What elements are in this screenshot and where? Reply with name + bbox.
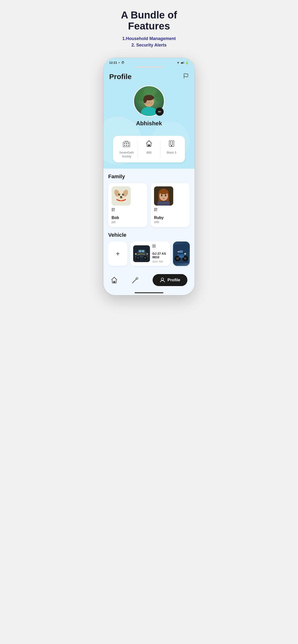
nav-tools-button[interactable] — [132, 276, 139, 284]
white-section: Family — [103, 169, 195, 271]
bob-name: Bob — [112, 216, 119, 220]
svg-rect-79 — [157, 210, 157, 210]
svg-point-111 — [177, 258, 178, 259]
svg-rect-80 — [156, 211, 157, 211]
svg-rect-107 — [178, 251, 180, 252]
bob-role: pet — [112, 220, 119, 224]
tools-icon — [132, 276, 139, 284]
svg-rect-41 — [114, 209, 114, 209]
svg-rect-101 — [155, 246, 156, 247]
svg-rect-83 — [139, 250, 141, 252]
svg-point-32 — [119, 194, 120, 194]
car-photo — [133, 245, 150, 262]
svg-rect-96 — [155, 245, 155, 245]
avatar-section: ✏ Abhishek — [103, 83, 195, 136]
scooter-image — [173, 242, 190, 266]
svg-rect-103 — [155, 247, 156, 248]
notch — [135, 66, 163, 68]
svg-point-4 — [154, 92, 164, 102]
dog-image — [112, 186, 131, 206]
app-content: Profile — [103, 69, 195, 295]
svg-rect-108 — [180, 250, 183, 253]
ruby-name: Ruby — [154, 216, 164, 220]
svg-rect-73 — [155, 210, 155, 210]
family-title: Family — [108, 174, 190, 180]
status-time: 12:21 ▪ ⏱ — [109, 61, 124, 64]
phone-shell: 12:21 ▪ ⏱ ▼ ◀4 🔋 Profile — [103, 58, 195, 295]
nav-profile-button[interactable]: Profile — [153, 274, 187, 286]
svg-rect-48 — [113, 210, 114, 210]
svg-point-59 — [161, 194, 163, 196]
car-plate: GJ 27 AS9910 — [152, 252, 166, 259]
add-vehicle-button[interactable]: + — [108, 242, 127, 266]
svg-rect-93 — [153, 245, 153, 245]
svg-point-60 — [165, 194, 166, 196]
svg-line-119 — [132, 282, 134, 283]
svg-rect-67 — [155, 209, 155, 209]
app-header: Profile — [103, 69, 195, 83]
svg-rect-50 — [114, 210, 115, 210]
header-section: A Bundle of Features 1.Household Managem… — [99, 10, 199, 48]
svg-point-33 — [123, 194, 124, 194]
svg-rect-38 — [112, 209, 112, 209]
vehicle-card-car[interactable]: GJ 27 AS9910 XUV 700 — [130, 242, 170, 266]
wave-deco2 — [152, 122, 190, 160]
svg-rect-102 — [154, 247, 155, 248]
subtitle-line2: 2. Security Alerts — [131, 43, 167, 48]
avatar-wrapper: ✏ — [133, 86, 165, 117]
family-card-bob[interactable]: Bob pet — [108, 183, 147, 227]
svg-point-118 — [136, 278, 138, 279]
ruby-role: wife — [154, 220, 164, 224]
bob-photo — [112, 186, 131, 206]
ruby-photo — [154, 186, 173, 206]
edit-icon: ✏ — [158, 110, 161, 114]
svg-rect-51 — [113, 211, 115, 211]
svg-point-86 — [137, 257, 139, 259]
svg-point-34 — [120, 196, 122, 198]
svg-point-35 — [120, 200, 122, 202]
svg-rect-99 — [153, 247, 153, 247]
plus-icon: + — [116, 250, 120, 258]
car-model: XUV 700 — [152, 260, 166, 263]
svg-rect-63 — [158, 202, 170, 203]
svg-rect-100 — [154, 246, 155, 247]
svg-point-8 — [143, 97, 147, 103]
page-wrapper: A Bundle of Features 1.Household Managem… — [99, 10, 199, 295]
nav-home-button[interactable] — [111, 276, 118, 284]
ruby-qr-icon — [154, 208, 164, 215]
notch-area — [103, 66, 195, 69]
family-card-ruby[interactable]: Ruby wife — [151, 183, 190, 227]
status-icons: ▼ ◀4 🔋 — [177, 61, 189, 64]
svg-rect-89 — [135, 254, 136, 254]
subtitle-line1: 1.Household Management — [122, 36, 176, 41]
app-title: Profile — [109, 72, 131, 81]
profile-nav-icon — [160, 278, 165, 283]
svg-rect-78 — [157, 210, 157, 210]
svg-point-115 — [184, 253, 186, 254]
svg-rect-49 — [114, 210, 114, 210]
nav-bar — [135, 292, 163, 293]
nav-indicator — [103, 291, 195, 295]
svg-point-114 — [185, 258, 186, 259]
svg-rect-19 — [148, 144, 150, 146]
vehicle-card-scooter[interactable] — [173, 242, 190, 266]
svg-point-58 — [159, 189, 169, 194]
svg-point-88 — [144, 257, 146, 259]
vehicle-title: Vehicle — [108, 232, 190, 238]
nav-profile-label: Profile — [168, 278, 180, 282]
vehicle-info: GJ 27 AS9910 XUV 700 — [152, 244, 166, 263]
subtitle: 1.Household Management 2. Security Alert… — [99, 36, 199, 48]
svg-point-61 — [163, 197, 164, 198]
flag-icon[interactable] — [183, 73, 189, 80]
home-icon — [111, 276, 118, 284]
svg-rect-84 — [142, 250, 144, 252]
car-qr-icon — [152, 244, 166, 251]
status-bar: 12:21 ▪ ⏱ ▼ ◀4 🔋 — [103, 58, 195, 66]
family-grid: Bob pet — [108, 183, 190, 227]
bob-qr-icon — [112, 208, 119, 215]
main-title: A Bundle of Features — [99, 10, 199, 32]
car-image — [133, 245, 150, 262]
unit-label: 603 — [146, 151, 152, 155]
svg-point-120 — [161, 278, 164, 280]
svg-rect-116 — [113, 281, 115, 283]
